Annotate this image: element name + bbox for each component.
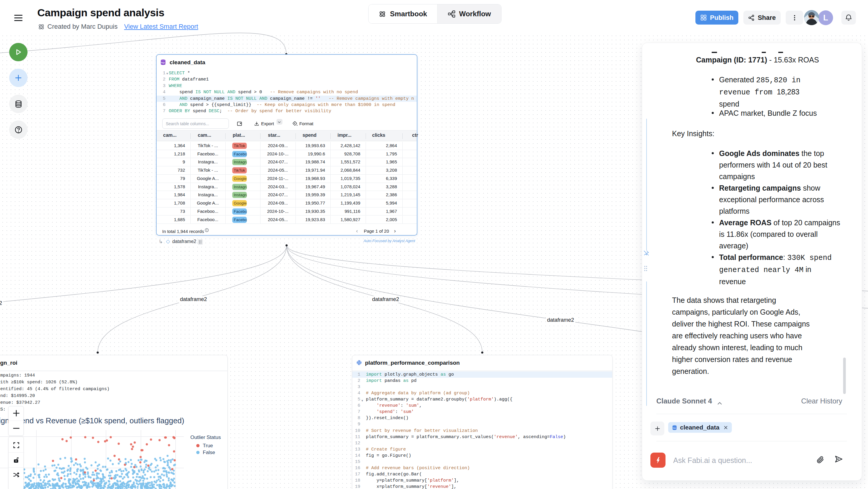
svg-text:SQL: SQL (161, 62, 165, 64)
svg-text:SQL: SQL (673, 427, 677, 429)
